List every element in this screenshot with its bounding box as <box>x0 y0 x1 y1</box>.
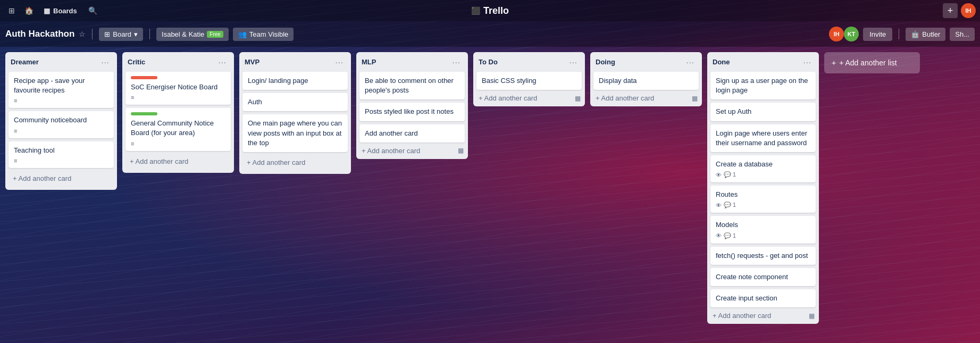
card-dn7[interactable]: fetch() requests - get and post <box>710 247 816 265</box>
header-right: IH KT Invite 🤖 Butler Sh... <box>829 27 975 41</box>
card-do1[interactable]: Display data <box>593 72 699 90</box>
card-title: Display data <box>599 76 693 86</box>
archive-btn-todo[interactable]: ▦ <box>572 93 583 104</box>
board-view-label: Board <box>113 30 131 38</box>
card-title: Create input section <box>716 294 810 303</box>
list-menu-todo[interactable]: ··· <box>567 56 580 68</box>
card-dn5[interactable]: Routes👁💬 1 <box>710 186 816 213</box>
list-cards-doing: Display data <box>590 70 702 92</box>
add-card-btn-critic[interactable]: + Add another card <box>124 154 232 169</box>
card-d3[interactable]: Teaching tool≡ <box>9 141 114 168</box>
header-separator-3 <box>899 29 899 39</box>
description-icon: ≡ <box>14 97 17 104</box>
team-label: Isabel & Katie <box>162 30 204 38</box>
add-button[interactable]: + <box>943 3 958 18</box>
list-doing: Doing···Display data+ Add another card▦ <box>590 52 702 106</box>
list-title-dreamer: Dreamer <box>11 58 99 66</box>
list-menu-mvp[interactable]: ··· <box>333 56 346 68</box>
add-card-btn-dreamer[interactable]: + Add another card <box>7 171 115 186</box>
boards-label: Boards <box>53 7 77 15</box>
card-dn4[interactable]: Create a database👁💬 1 <box>710 155 816 182</box>
butler-icon: 🤖 <box>911 30 919 38</box>
list-todo: To Do···Basic CSS styling+ Add another c… <box>473 52 585 106</box>
add-card-area: + Add another card <box>239 154 351 174</box>
list-mvp: MVP···Login/ landing pageAuthOne main pa… <box>239 52 351 174</box>
card-dn8[interactable]: Create note component <box>710 268 816 286</box>
card-ml3[interactable]: Add another card <box>359 124 465 143</box>
watch-icon: 👁 <box>716 202 722 208</box>
list-footer: + Add another card▦ <box>473 92 585 106</box>
list-menu-dreamer[interactable]: ··· <box>99 56 112 68</box>
list-cards-critic: SoC Energiser Notice Board≡General Commu… <box>122 70 234 153</box>
archive-btn-done[interactable]: ▦ <box>806 311 817 321</box>
list-menu-mlp[interactable]: ··· <box>450 56 463 68</box>
description-icon: ≡ <box>14 128 17 134</box>
home-button[interactable]: ⊞ <box>4 3 19 18</box>
dropdown-icon: ▾ <box>134 30 138 38</box>
card-title: Login/ landing page <box>248 76 342 86</box>
card-title: Set up Auth <box>716 107 810 116</box>
visibility-button[interactable]: 👥 Team Visible <box>233 28 294 41</box>
card-title: Be able to comment on other people's pos… <box>365 76 459 95</box>
list-title-mlp: MLP <box>362 58 450 66</box>
card-title: Teaching tool <box>14 146 108 155</box>
add-list-button[interactable]: ++ Add another list <box>824 52 920 73</box>
card-dn6[interactable]: Models👁💬 1 <box>710 216 816 243</box>
card-title: Create a database <box>716 160 810 169</box>
boards-button[interactable]: ▦ Boards <box>38 5 82 17</box>
card-dn9[interactable]: Create input section <box>710 289 816 307</box>
card-title: Auth <box>248 97 342 107</box>
card-c2[interactable]: General Community Notice Board (for your… <box>125 108 231 150</box>
card-meta: 👁💬 1 <box>716 232 810 239</box>
show-button[interactable]: Sh... <box>950 28 975 41</box>
card-dn2[interactable]: Set up Auth <box>710 103 816 121</box>
board-header: Auth Hackathon ☆ ⊞ Board ▾ Isabel & Kati… <box>0 21 980 47</box>
team-button[interactable]: Isabel & Katie Free <box>156 28 229 41</box>
top-navigation: ⊞ 🏠 ▦ Boards 🔍 ⬛ Trello + IH <box>0 0 980 21</box>
add-card-btn-mvp[interactable]: + Add another card <box>241 155 349 170</box>
comment-badge: 💬 1 <box>724 171 736 178</box>
card-title: Posts styled like post it notes <box>365 107 459 116</box>
list-menu-done[interactable]: ··· <box>801 56 814 68</box>
archive-btn-mlp[interactable]: ▦ <box>455 145 466 156</box>
list-header-mvp: MVP··· <box>239 52 351 70</box>
card-d2[interactable]: Community noticeboard≡ <box>9 111 114 138</box>
user-avatar[interactable]: IH <box>961 3 976 18</box>
card-meta: ≡ <box>131 140 225 147</box>
card-m2[interactable]: Auth <box>242 93 348 111</box>
list-footer: + Add another card▦ <box>707 309 819 324</box>
card-c1[interactable]: SoC Energiser Notice Board≡ <box>125 72 231 105</box>
butler-label: Butler <box>922 30 940 38</box>
add-card-btn2-mlp[interactable]: + Add another card <box>358 145 455 157</box>
board-view-button[interactable]: ⊞ Board ▾ <box>99 28 143 41</box>
avatar-1[interactable]: IH <box>829 27 844 41</box>
card-t1[interactable]: Basic CSS styling <box>476 72 582 90</box>
card-ml2[interactable]: Posts styled like post it notes <box>359 103 465 121</box>
butler-button[interactable]: 🤖 Butler <box>906 28 945 41</box>
list-menu-critic[interactable]: ··· <box>216 56 229 68</box>
card-dn1[interactable]: Sign up as a user page on the login page <box>710 72 816 99</box>
card-title: Community noticeboard <box>14 115 108 125</box>
list-title-done: Done <box>713 58 801 66</box>
card-dn3[interactable]: Login page where users enter their usern… <box>710 124 816 152</box>
list-menu-doing[interactable]: ··· <box>684 56 697 68</box>
description-icon: ≡ <box>131 94 134 101</box>
search-button[interactable]: 🔍 <box>85 3 102 18</box>
card-d1[interactable]: Recipe app - save your favourite recipes… <box>9 72 114 108</box>
avatar-2[interactable]: KT <box>844 27 859 41</box>
add-card-btn2-done[interactable]: + Add another card <box>709 309 806 322</box>
card-title: Routes <box>716 190 810 199</box>
card-m1[interactable]: Login/ landing page <box>242 72 348 90</box>
star-button[interactable]: ☆ <box>79 30 86 38</box>
card-ml1[interactable]: Be able to comment on other people's pos… <box>359 72 465 99</box>
list-footer: + Add another card▦ <box>356 145 468 159</box>
list-header-todo: To Do··· <box>473 52 585 70</box>
home-icon-button[interactable]: 🏠 <box>21 3 36 18</box>
card-m3[interactable]: One main page where you can view posts w… <box>242 114 348 152</box>
invite-button[interactable]: Invite <box>863 28 892 41</box>
add-card-btn2-doing[interactable]: + Add another card <box>592 92 689 104</box>
add-card-btn2-todo[interactable]: + Add another card <box>475 92 572 104</box>
list-header-doing: Doing··· <box>590 52 702 70</box>
card-title: Recipe app - save your favourite recipes <box>14 76 108 95</box>
archive-btn-doing[interactable]: ▦ <box>689 93 700 104</box>
